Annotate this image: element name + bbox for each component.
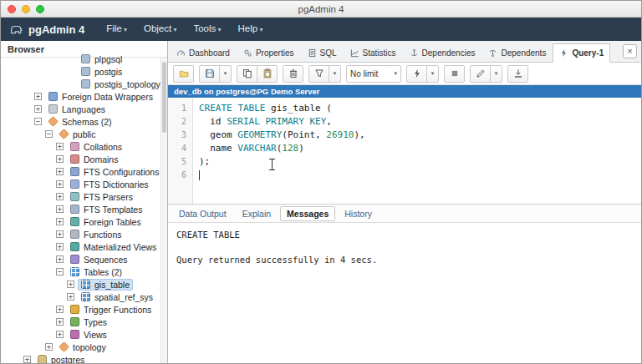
menu-help[interactable]: Help	[230, 23, 272, 33]
output-tab-data-output[interactable]: Data Output	[172, 206, 233, 221]
toolbar-group: ▾	[470, 65, 502, 83]
tab-dependencies[interactable]: Dependencies	[403, 43, 482, 63]
tree-item-postgis-topology[interactable]: postgis_topology	[1, 78, 160, 90]
database-icon	[38, 355, 47, 363]
tree-item-gis-table[interactable]: +gis_table	[1, 278, 160, 291]
tree-plus-expander-icon[interactable]: +	[56, 193, 64, 200]
tree-plus-expander-icon[interactable]: +	[56, 218, 64, 225]
sql-editor[interactable]: 123456 CREATE TABLE gis_table ( id SERIA…	[168, 98, 641, 205]
tab-sql[interactable]: SQL	[301, 43, 344, 63]
execute-query-button[interactable]	[406, 65, 427, 83]
open-file-button[interactable]	[173, 65, 194, 83]
tree-item-label: Views	[84, 330, 107, 340]
tree-item-fts-parsers[interactable]: +FTS Parsers	[1, 190, 160, 203]
output-tab-explain[interactable]: Explain	[236, 206, 278, 221]
tree-item-foreign-data-wrappers[interactable]: +Foreign Data Wrappers	[1, 90, 160, 103]
tree-indent-spacer	[67, 68, 74, 75]
tree-item-sequences[interactable]: +Sequences	[1, 253, 160, 265]
output-tab-history[interactable]: History	[338, 206, 379, 221]
tree-item-label: Tables (2)	[84, 267, 122, 277]
tree-item-topology[interactable]: +topology	[1, 341, 160, 353]
tree-item-fts-templates[interactable]: +FTS Templates	[1, 203, 160, 215]
save-button[interactable]	[199, 65, 220, 83]
edit-options-button[interactable]: ▾	[490, 65, 502, 83]
tree-item-types[interactable]: +Types	[1, 316, 160, 328]
tree-item-fts-dictionaries[interactable]: +FTS Dictionaries	[1, 178, 160, 190]
tree-plus-expander-icon[interactable]: +	[56, 168, 64, 175]
tree-plus-expander-icon[interactable]: +	[56, 306, 64, 313]
tree-item-languages[interactable]: +Languages	[1, 103, 160, 115]
tree-plus-expander-icon[interactable]: +	[67, 293, 74, 301]
tree-item-functions[interactable]: +Functions	[1, 228, 160, 240]
tree-plus-expander-icon[interactable]: +	[56, 243, 64, 250]
tree-item-foreign-tables[interactable]: +Foreign Tables	[1, 215, 160, 228]
close-window-button[interactable]	[8, 5, 16, 13]
functions-icon	[70, 230, 79, 239]
tree-minus-expander-icon[interactable]: −	[56, 268, 64, 276]
tree-item-trigger-functions[interactable]: +Trigger Functions	[1, 303, 160, 316]
tab-properties[interactable]: Properties	[237, 43, 301, 63]
menu-file[interactable]: File	[98, 23, 135, 33]
tab-dependents[interactable]: Dependents	[482, 43, 553, 63]
minimize-window-button[interactable]	[22, 5, 30, 13]
delete-drop-button[interactable]	[283, 65, 303, 83]
tree-plus-expander-icon[interactable]: +	[34, 93, 42, 100]
tree-plus-expander-icon[interactable]: +	[56, 230, 64, 238]
menu-tools[interactable]: Tools	[185, 23, 229, 33]
toolbar-group	[237, 65, 278, 83]
save-options-button[interactable]: ▾	[219, 65, 232, 83]
stop-query-button[interactable]	[444, 65, 465, 83]
tree-plus-expander-icon[interactable]: +	[67, 281, 74, 288]
sidebar-scrollbar-thumb[interactable]	[162, 62, 166, 133]
edit-button[interactable]	[470, 65, 491, 83]
tree-item-public[interactable]: −public	[1, 128, 160, 140]
paste-button[interactable]	[257, 65, 278, 83]
copy-button[interactable]	[237, 65, 257, 83]
tree-plus-expander-icon[interactable]: +	[56, 318, 64, 326]
tree-item-fts-configurations[interactable]: +FTS Configurations	[1, 165, 160, 178]
tree-plus-expander-icon[interactable]: +	[23, 356, 31, 363]
zoom-window-button[interactable]	[36, 5, 44, 13]
tree-plus-expander-icon[interactable]: +	[45, 343, 53, 351]
tree-node: Tables (2)	[67, 266, 125, 278]
tab-statistics[interactable]: Statistics	[344, 43, 403, 63]
execute-options-button[interactable]: ▾	[426, 65, 439, 83]
tree-plus-expander-icon[interactable]: +	[56, 205, 64, 213]
tree-item-schemas-2[interactable]: −Schemas (2)	[1, 115, 160, 128]
tree-minus-expander-icon[interactable]: −	[34, 118, 42, 125]
tree-item-postgres[interactable]: +postgres	[1, 353, 160, 363]
tree-item-postgis[interactable]: postgis	[1, 65, 160, 78]
tree-item-tables-2[interactable]: −Tables (2)	[1, 265, 160, 278]
code-line: geom GEOMETRY(Point, 26910),	[199, 129, 641, 142]
tree-plus-expander-icon[interactable]: +	[56, 331, 64, 338]
tree-item-spatial-ref-sys[interactable]: +spatial_ref_sys	[1, 291, 160, 303]
row-limit-select[interactable]: No limit▾	[346, 65, 401, 83]
tab-dashboard[interactable]: Dashboard	[170, 43, 237, 63]
filter-button[interactable]	[308, 65, 329, 83]
tree-plus-expander-icon[interactable]: +	[56, 143, 64, 150]
tree-item-domains[interactable]: +Domains	[1, 153, 160, 165]
tree-plus-expander-icon[interactable]: +	[56, 255, 64, 263]
tree-item-materialized-views[interactable]: +Materialized Views	[1, 240, 160, 253]
tree-item-collations[interactable]: +Collations	[1, 140, 160, 153]
tree-item-label: postgis_topology	[94, 79, 160, 89]
tab-query-1[interactable]: Query-1	[553, 43, 610, 63]
tree-item-views[interactable]: +Views	[1, 328, 160, 341]
download-results-button[interactable]	[507, 65, 528, 83]
menu-object[interactable]: Object	[135, 23, 186, 33]
sidebar-scrollbar[interactable]	[160, 58, 167, 363]
tree-indent-spacer	[67, 80, 74, 88]
tree-item-label: plpgsql	[94, 54, 122, 64]
tab-label: Dependents	[501, 48, 546, 58]
tree-plus-expander-icon[interactable]: +	[56, 180, 64, 188]
tree-plus-expander-icon[interactable]: +	[56, 155, 64, 163]
browser-sidebar: Browser plpgsqlpostgispostgis_topology+F…	[1, 41, 168, 363]
tree-minus-expander-icon[interactable]: −	[45, 130, 53, 138]
filter-options-button[interactable]: ▾	[329, 65, 341, 83]
pgadmin-elephant-logo	[9, 23, 23, 35]
close-panel-button[interactable]: ×	[623, 44, 637, 58]
editor-code-area[interactable]: CREATE TABLE gis_table ( id SERIAL PRIMA…	[193, 98, 641, 204]
tree-item-plpgsql[interactable]: plpgsql	[1, 53, 160, 65]
output-tab-messages[interactable]: Messages	[280, 206, 335, 221]
tree-plus-expander-icon[interactable]: +	[34, 105, 42, 113]
